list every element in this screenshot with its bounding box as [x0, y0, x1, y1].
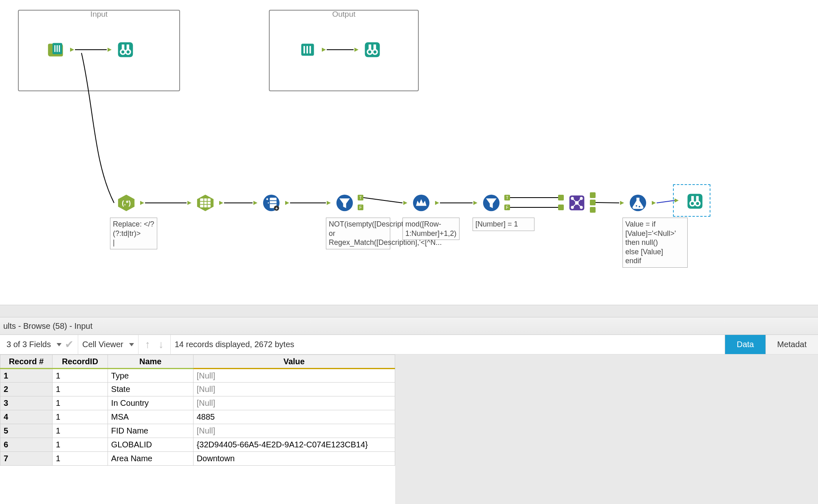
- filter2-tool[interactable]: [479, 191, 504, 215]
- filter1-tool[interactable]: [332, 191, 357, 215]
- cell-name[interactable]: MSA: [108, 410, 193, 424]
- browse-input-tool[interactable]: [113, 37, 138, 62]
- cell-value[interactable]: [Null]: [193, 396, 395, 410]
- table-row[interactable]: 41MSA4885: [0, 410, 395, 424]
- col-header-name[interactable]: Name: [108, 355, 193, 369]
- cell-name[interactable]: GLOBALID: [108, 438, 193, 452]
- col-header-recordnum[interactable]: Record #: [0, 355, 53, 369]
- tab-metadata[interactable]: Metadat: [765, 335, 818, 354]
- multirow-formula-tool[interactable]: [409, 191, 433, 215]
- data-cleansing-tool[interactable]: +: [259, 191, 284, 215]
- cell-recordid[interactable]: 1: [52, 410, 108, 424]
- cell-recordid[interactable]: 1: [52, 452, 108, 466]
- macro-output-out-anchor[interactable]: [321, 47, 327, 53]
- svg-text:F: F: [359, 205, 362, 210]
- filter2-false-anchor[interactable]: F: [504, 205, 510, 210]
- svg-text:T: T: [506, 196, 508, 200]
- svg-rect-1: [54, 45, 55, 52]
- cell-name[interactable]: In Country: [108, 396, 193, 410]
- cleanse-in-anchor[interactable]: [253, 200, 258, 206]
- fields-dropdown[interactable]: 3 of 3 Fields ✔: [2, 335, 78, 354]
- cell-name[interactable]: FID Name: [108, 424, 193, 438]
- browse-final-selection[interactable]: [673, 184, 710, 217]
- table-row[interactable]: 31In Country[Null]: [0, 396, 395, 410]
- cell-name[interactable]: Area Name: [108, 452, 193, 466]
- filter1-true-anchor[interactable]: T: [358, 195, 363, 200]
- cell-recordid[interactable]: 1: [52, 424, 108, 438]
- cell-value[interactable]: [Null]: [193, 383, 395, 396]
- row-number[interactable]: 2: [0, 383, 53, 396]
- crosstab-tool[interactable]: [565, 191, 589, 215]
- cell-recordid[interactable]: 1: [52, 396, 108, 410]
- cell-name[interactable]: State: [108, 383, 193, 396]
- chevron-down-icon: [57, 343, 62, 346]
- svg-rect-13: [306, 46, 308, 53]
- workflow-canvas[interactable]: Input Output (.*) Replace: </?(?:td|tr)>…: [0, 0, 818, 305]
- filter2-in-anchor[interactable]: [473, 200, 478, 206]
- browse-input-in-anchor[interactable]: [107, 47, 112, 53]
- formula-in-anchor[interactable]: [619, 200, 625, 206]
- text-to-columns-tool[interactable]: [193, 191, 218, 215]
- macro-input-tool[interactable]: [44, 37, 68, 62]
- svg-line-82: [657, 200, 675, 203]
- row-number[interactable]: 5: [0, 424, 53, 438]
- results-grid[interactable]: Record # RecordID Name Value 11Type[Null…: [0, 354, 395, 466]
- row-number[interactable]: 6: [0, 438, 53, 452]
- cell-recordid[interactable]: 1: [52, 383, 108, 396]
- arrow-up-icon[interactable]: ↑: [143, 338, 153, 351]
- join-out1-anchor[interactable]: [590, 192, 596, 198]
- multirow-in-anchor[interactable]: [402, 200, 408, 206]
- macro-output-tool[interactable]: [296, 37, 320, 62]
- row-number[interactable]: 3: [0, 396, 53, 410]
- cell-value[interactable]: {32D94405-66A5-4E2D-9A12-C074E123CB14}: [193, 438, 395, 452]
- col-header-recordid[interactable]: RecordID: [52, 355, 108, 369]
- regex-tool[interactable]: (.*): [114, 191, 139, 215]
- row-number[interactable]: 7: [0, 452, 53, 466]
- cell-recordid[interactable]: 1: [52, 438, 108, 452]
- table-row[interactable]: 11Type[Null]: [0, 369, 395, 383]
- input-container-title: Input: [90, 10, 108, 19]
- col-header-value[interactable]: Value: [193, 355, 395, 369]
- browse-output-in-anchor[interactable]: [354, 47, 359, 53]
- t2c-out-anchor[interactable]: [218, 200, 224, 206]
- join-out2-anchor[interactable]: [590, 200, 596, 205]
- cell-recordid[interactable]: 1: [52, 369, 108, 383]
- table-row[interactable]: 51FID Name[Null]: [0, 424, 395, 438]
- arrow-down-icon[interactable]: ↓: [156, 338, 166, 351]
- row-number[interactable]: 4: [0, 410, 53, 424]
- join-in-r-anchor[interactable]: [558, 205, 564, 210]
- cell-name[interactable]: Type: [108, 369, 193, 383]
- browse-final-in-anchor[interactable]: [674, 198, 679, 203]
- filter2-true-anchor[interactable]: T: [504, 195, 510, 200]
- regex-out-anchor[interactable]: [139, 200, 145, 206]
- cell-viewer-dropdown[interactable]: Cell Viewer: [78, 335, 139, 354]
- browse-final-tool[interactable]: [683, 189, 707, 213]
- sort-arrows: ↑ ↓: [139, 335, 171, 354]
- formula-out-anchor[interactable]: [651, 200, 657, 206]
- output-container[interactable]: Output: [269, 10, 419, 91]
- table-row[interactable]: 61GLOBALID{32D94405-66A5-4E2D-9A12-C074E…: [0, 438, 395, 452]
- table-row[interactable]: 71Area NameDowntown: [0, 452, 395, 466]
- cell-value[interactable]: 4885: [193, 410, 395, 424]
- cell-value[interactable]: [Null]: [193, 369, 395, 383]
- cell-value[interactable]: Downtown: [193, 452, 395, 466]
- macro-input-out-anchor[interactable]: [69, 47, 75, 53]
- svg-point-64: [639, 206, 640, 207]
- join-in-l-anchor[interactable]: [558, 195, 564, 200]
- row-number[interactable]: 1: [0, 369, 53, 383]
- filter1-false-anchor[interactable]: F: [358, 205, 363, 210]
- filter1-in-anchor[interactable]: [326, 200, 332, 206]
- formula-tool[interactable]: [626, 191, 650, 215]
- panel-separator[interactable]: [0, 305, 818, 317]
- table-row[interactable]: 21State[Null]: [0, 383, 395, 396]
- svg-rect-2: [57, 45, 58, 52]
- browse-output-tool[interactable]: [360, 37, 385, 62]
- multirow-out-anchor[interactable]: [434, 200, 440, 206]
- join-out3-anchor[interactable]: [590, 207, 596, 213]
- cell-value[interactable]: [Null]: [193, 424, 395, 438]
- svg-rect-7: [122, 44, 124, 50]
- cleanse-out-anchor[interactable]: [284, 200, 290, 206]
- t2c-in-anchor[interactable]: [187, 200, 192, 206]
- tab-data[interactable]: Data: [725, 335, 765, 354]
- input-container[interactable]: Input: [18, 10, 180, 91]
